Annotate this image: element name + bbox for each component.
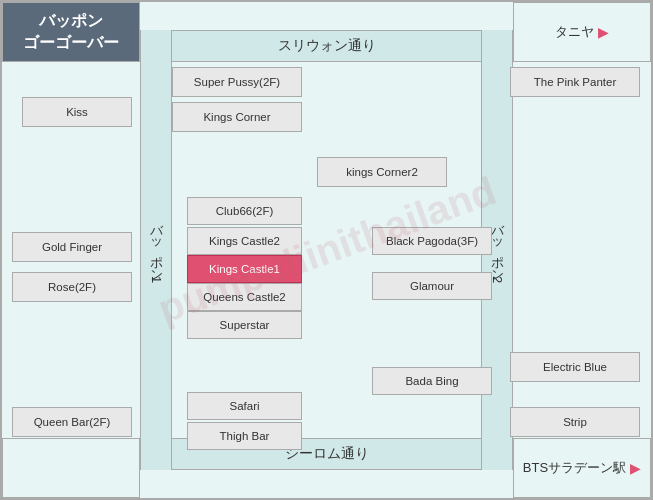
venue-kings-castle2[interactable]: Kings Castle2 xyxy=(187,227,302,255)
venue-kings-corner2[interactable]: kings Corner2 xyxy=(317,157,447,187)
logo-box: バッポン ゴーゴーバー xyxy=(2,2,140,62)
venue-pink-panter[interactable]: The Pink Panter xyxy=(510,67,640,97)
taniya-label: タニヤ xyxy=(555,23,609,41)
venue-thigh-bar[interactable]: Thigh Bar xyxy=(187,422,302,450)
venue-glamour[interactable]: Glamour xyxy=(372,272,492,300)
road-top: スリウォン通り xyxy=(157,30,496,62)
venue-black-pagoda[interactable]: Black Pagoda(3F) xyxy=(372,227,492,255)
venue-electric-blue[interactable]: Electric Blue xyxy=(510,352,640,382)
road-left: バッポン1 xyxy=(140,30,172,470)
venue-kings-castle1[interactable]: Kings Castle1 xyxy=(187,255,302,283)
map-container: pumpuliinithailand スリウォン通り シーロム通り バッポン1 … xyxy=(0,0,653,500)
corner-br: BTSサラデーン駅 xyxy=(513,438,651,498)
corner-bl xyxy=(2,438,140,498)
venue-kiss[interactable]: Kiss xyxy=(22,97,132,127)
venue-kings-corner[interactable]: Kings Corner xyxy=(172,102,302,132)
bts-label: BTSサラデーン駅 xyxy=(523,459,641,477)
venue-rose[interactable]: Rose(2F) xyxy=(12,272,132,302)
venue-superstar[interactable]: Superstar xyxy=(187,311,302,339)
venue-safari[interactable]: Safari xyxy=(187,392,302,420)
venue-bada-bing[interactable]: Bada Bing xyxy=(372,367,492,395)
venue-strip[interactable]: Strip xyxy=(510,407,640,437)
venue-gold-finger[interactable]: Gold Finger xyxy=(12,232,132,262)
venue-queens-castle2[interactable]: Queens Castle2 xyxy=(187,283,302,311)
venue-super-pussy[interactable]: Super Pussy(2F) xyxy=(172,67,302,97)
venue-club66[interactable]: Club66(2F) xyxy=(187,197,302,225)
corner-tr: タニヤ xyxy=(513,2,651,62)
venue-queen-bar[interactable]: Queen Bar(2F) xyxy=(12,407,132,437)
